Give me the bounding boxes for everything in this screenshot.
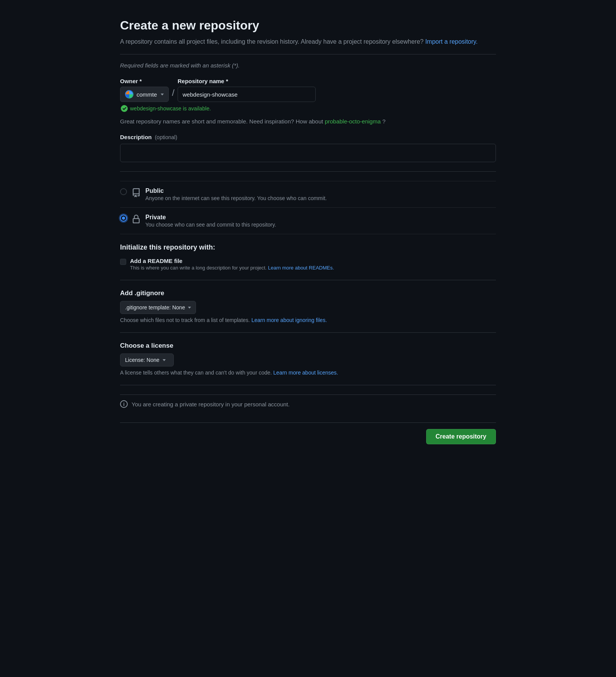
- license-section: Choose a license License: None A license…: [120, 342, 496, 376]
- gitignore-desc: Choose which files not to track from a l…: [120, 317, 496, 323]
- private-radio[interactable]: [120, 215, 127, 222]
- description-label: Description (optional): [120, 134, 177, 140]
- info-banner: i You are creating a private repository …: [120, 394, 496, 413]
- info-icon: i: [120, 400, 128, 408]
- availability-message: webdesign-showcase is available.: [121, 105, 496, 112]
- description-section: Description (optional): [120, 134, 496, 162]
- gitignore-dropdown-label: .gitignore template: None: [125, 304, 185, 311]
- owner-value: commte: [137, 91, 157, 98]
- owner-dropdown[interactable]: commte: [120, 87, 169, 102]
- license-divider: [120, 332, 496, 333]
- private-label: Private: [145, 214, 276, 221]
- check-circle-icon: [121, 105, 128, 112]
- repo-name-input[interactable]: [178, 87, 316, 102]
- owner-label: Owner *: [120, 78, 169, 84]
- owner-repo-row: Owner * commte / Repository name *: [120, 78, 496, 102]
- availability-text: webdesign-showcase is available.: [130, 105, 211, 112]
- required-note: Required fields are marked with an aster…: [120, 62, 496, 69]
- private-repo-icon: [132, 215, 141, 225]
- private-vis-text: Private You choose who can see and commi…: [145, 214, 276, 228]
- readme-text: Add a README file This is where you can …: [130, 258, 334, 271]
- public-radio[interactable]: [120, 188, 127, 195]
- repo-name-field-group: Repository name *: [178, 78, 316, 102]
- info-text: You are creating a private repository in…: [132, 401, 290, 408]
- create-repository-button[interactable]: Create repository: [426, 429, 496, 444]
- init-title: Initialize this repository with:: [120, 243, 496, 251]
- readme-checkbox-row: Add a README file This is where you can …: [120, 258, 496, 271]
- license-chevron-icon: [163, 359, 166, 361]
- optional-badge: (optional): [155, 134, 177, 140]
- readme-checkbox[interactable]: [120, 259, 126, 265]
- init-section: Initialize this repository with: Add a R…: [120, 243, 496, 271]
- header-divider: [120, 54, 496, 54]
- repo-name-label: Repository name *: [178, 78, 316, 84]
- description-input[interactable]: [120, 144, 496, 162]
- license-learn-link[interactable]: Learn more about licenses.: [273, 370, 338, 376]
- readme-desc: This is where you can write a long descr…: [130, 265, 334, 271]
- chevron-down-icon: [161, 94, 164, 95]
- visibility-private-option[interactable]: Private You choose who can see and commi…: [120, 207, 496, 234]
- license-dropdown-label: License: None: [125, 357, 160, 363]
- visibility-public-option[interactable]: Public Anyone on the internet can see th…: [120, 181, 496, 207]
- gitignore-title: Add .gitignore: [120, 289, 496, 297]
- public-repo-icon: [132, 188, 141, 199]
- inspiration-text: Great repository names are short and mem…: [120, 118, 496, 125]
- import-link[interactable]: Import a repository.: [425, 38, 478, 45]
- page-container: Create a new repository A repository con…: [120, 18, 496, 444]
- visibility-divider-top: [120, 171, 496, 172]
- public-desc: Anyone on the internet can see this repo…: [145, 195, 327, 201]
- page-subtitle: A repository contains all project files,…: [120, 37, 496, 46]
- slash-separator: /: [172, 85, 175, 102]
- license-dropdown[interactable]: License: None: [120, 353, 174, 366]
- page-title: Create a new repository: [120, 18, 496, 33]
- public-label: Public: [145, 187, 327, 194]
- info-divider: [120, 385, 496, 385]
- license-desc: A license tells others what they can and…: [120, 370, 496, 376]
- license-title: Choose a license: [120, 342, 496, 350]
- gitignore-section: Add .gitignore .gitignore template: None…: [120, 289, 496, 323]
- private-desc: You choose who can see and commit to thi…: [145, 222, 276, 228]
- footer-row: Create repository: [120, 422, 496, 444]
- suggestion-text[interactable]: probable-octo-enigma: [325, 118, 381, 125]
- gitignore-divider: [120, 280, 496, 280]
- owner-avatar: [125, 90, 133, 99]
- owner-field-group: Owner * commte: [120, 78, 169, 102]
- public-vis-text: Public Anyone on the internet can see th…: [145, 187, 327, 201]
- gitignore-dropdown[interactable]: .gitignore template: None: [120, 301, 196, 314]
- readme-learn-link[interactable]: Learn more about READMEs.: [268, 265, 334, 271]
- visibility-section: Public Anyone on the internet can see th…: [120, 181, 496, 234]
- gitignore-learn-link[interactable]: Learn more about ignoring files.: [251, 317, 327, 323]
- gitignore-chevron-icon: [188, 307, 191, 309]
- readme-label: Add a README file: [130, 258, 334, 264]
